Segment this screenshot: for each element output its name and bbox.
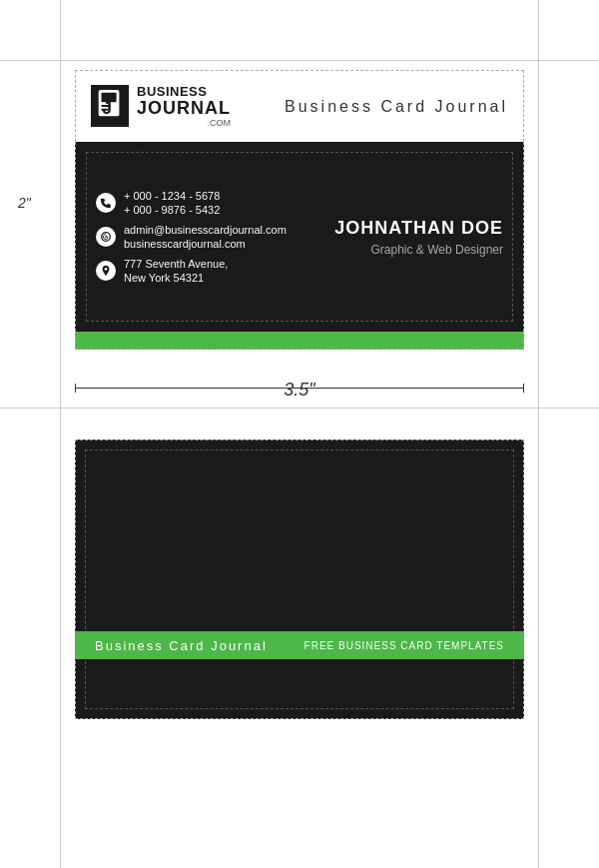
svg-text:J: J <box>102 100 111 119</box>
email-row: admin@businesscardjournal.com businessca… <box>96 224 287 250</box>
logo-journal-text: JOURNAL <box>137 99 231 119</box>
person-title: Graphic & Web Designer <box>334 243 503 257</box>
address-lines: 777 Seventh Avenue, New York 54321 <box>124 258 228 284</box>
svg-point-7 <box>105 268 108 271</box>
back-card: Business Card Journal FREE BUSINESS CARD… <box>75 439 524 719</box>
width-label: 3.5" <box>284 380 314 401</box>
address-icon <box>96 261 116 281</box>
back-right-text: FREE BUSINESS CARD TEMPLATES <box>304 640 504 651</box>
person-info: JOHNATHAN DOE Graphic & Web Designer <box>334 218 503 257</box>
email1: admin@businesscardjournal.com <box>124 224 287 236</box>
address2: New York 54321 <box>124 272 228 284</box>
ruler-right <box>538 0 539 868</box>
logo-business: BUSINESS <box>137 85 231 99</box>
svg-point-6 <box>105 236 107 238</box>
ruler-left <box>60 0 61 868</box>
ruler-bottom <box>0 408 599 409</box>
height-label: 2" <box>18 195 31 211</box>
phone-row: + 000 - 1234 - 5678 + 000 - 9876 - 5432 <box>96 190 287 216</box>
logo-text-block: BUSINESS JOURNAL .COM <box>137 85 231 129</box>
header-title: Business Card Journal <box>285 98 508 116</box>
logo-com: .COM <box>137 119 231 129</box>
front-card-wrapper: J BUSINESS JOURNAL .COM Business Card Jo… <box>75 70 524 370</box>
phone-icon <box>96 193 116 213</box>
phone-lines: + 000 - 1234 - 5678 + 000 - 9876 - 5432 <box>124 190 220 216</box>
person-name: JOHNATHAN DOE <box>334 218 503 239</box>
email-icon <box>96 227 116 247</box>
address1: 777 Seventh Avenue, <box>124 258 228 270</box>
phone2: + 000 - 9876 - 5432 <box>124 204 220 216</box>
address-row: 777 Seventh Avenue, New York 54321 <box>96 258 287 284</box>
contact-info: + 000 - 1234 - 5678 + 000 - 9876 - 5432 <box>96 190 287 284</box>
back-left-text: Business Card Journal <box>95 638 268 653</box>
back-green-bar: Business Card Journal FREE BUSINESS CARD… <box>75 631 524 659</box>
logo-area: J BUSINESS JOURNAL .COM <box>91 85 231 129</box>
email2: businesscardjournal.com <box>124 238 287 250</box>
email-lines: admin@businesscardjournal.com businessca… <box>124 224 287 250</box>
back-card-wrapper: Business Card Journal FREE BUSINESS CARD… <box>75 439 524 719</box>
card-header: J BUSINESS JOURNAL .COM Business Card Jo… <box>75 70 524 142</box>
logo-icon: J <box>91 85 129 127</box>
back-outer-dashed <box>75 439 524 719</box>
ruler-top <box>0 60 599 61</box>
front-card: J BUSINESS JOURNAL .COM Business Card Jo… <box>75 70 524 370</box>
front-green-bar <box>75 332 524 350</box>
card-body: + 000 - 1234 - 5678 + 000 - 9876 - 5432 <box>75 142 524 332</box>
phone1: + 000 - 1234 - 5678 <box>124 190 220 202</box>
